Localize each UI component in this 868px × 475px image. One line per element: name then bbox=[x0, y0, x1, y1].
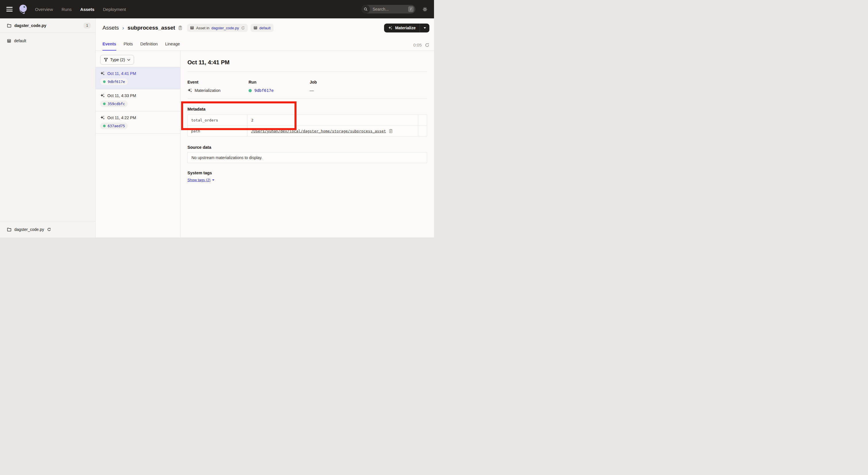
copy-path-icon[interactable] bbox=[389, 129, 393, 133]
search-input[interactable]: Search... / bbox=[361, 5, 415, 13]
search-icon bbox=[361, 5, 370, 13]
path-link[interactable]: /Users/yuhan/dev/local/dagster_home/stor… bbox=[251, 129, 386, 133]
asset-group-chip[interactable]: default bbox=[251, 24, 274, 32]
filter-bar: Type (2) bbox=[96, 51, 180, 67]
event-list-item[interactable]: Oct 11, 4:22 PM 637aed75 bbox=[96, 112, 180, 133]
source-data-empty-box: No upstream materializations to display. bbox=[187, 152, 427, 163]
asset-tabs: Events Plots Definition Lineage bbox=[102, 42, 180, 51]
reload-icon[interactable] bbox=[47, 228, 51, 232]
sidebar-footer-label: dagster_code.py bbox=[14, 227, 44, 232]
metadata-heading: Metadata bbox=[187, 107, 427, 112]
nav-right: Search... / bbox=[361, 5, 428, 13]
sparkle-icon bbox=[388, 26, 392, 30]
run-status-dot bbox=[103, 81, 105, 83]
refresh-icon[interactable] bbox=[425, 43, 429, 48]
job-label: Job bbox=[310, 80, 427, 85]
page-header: Assets › subprocess_asset Asset in dagst… bbox=[96, 19, 434, 51]
materialize-dropdown-button[interactable] bbox=[420, 24, 429, 32]
event-info-grid: Event Materialization Run bbox=[187, 80, 427, 93]
funnel-icon bbox=[104, 58, 108, 62]
system-tags-heading: System tags bbox=[187, 171, 427, 175]
materialization-icon bbox=[187, 88, 192, 93]
materialization-icon bbox=[100, 93, 105, 98]
run-id-link[interactable]: 637aed75 bbox=[107, 124, 125, 128]
event-timestamp: Oct 11, 4:41 PM bbox=[107, 71, 136, 76]
sidebar-item-label: default bbox=[14, 38, 26, 43]
event-list-item[interactable]: Oct 11, 4:33 PM 359cdbfc bbox=[96, 89, 180, 112]
filter-label: Type (2) bbox=[110, 57, 125, 62]
nav-link-runs[interactable]: Runs bbox=[62, 7, 72, 12]
reload-icon[interactable] bbox=[241, 26, 245, 30]
sidebar-item-default[interactable]: default bbox=[0, 35, 95, 47]
page-title: subprocess_asset bbox=[127, 25, 175, 31]
copy-asset-name-icon[interactable] bbox=[178, 26, 183, 30]
run-chip[interactable]: 9dbf617e bbox=[100, 79, 128, 85]
octopus-logo-icon bbox=[18, 4, 29, 14]
show-tags-label: Show tags (2) bbox=[187, 178, 210, 182]
refresh-timer: 0:05 bbox=[413, 42, 429, 51]
materialization-icon bbox=[100, 115, 105, 120]
chevron-down-icon bbox=[127, 59, 130, 61]
event-timestamp: Oct 11, 4:33 PM bbox=[107, 93, 136, 98]
code-location-link[interactable]: dagster_code.py bbox=[211, 26, 239, 30]
sidebar-item-dagster-code[interactable]: dagster_code.py 1 bbox=[0, 19, 95, 33]
run-chip[interactable]: 637aed75 bbox=[100, 123, 128, 129]
metadata-key: path bbox=[188, 126, 247, 136]
run-chip[interactable]: 359cdbfc bbox=[100, 100, 128, 107]
run-id-link[interactable]: 9dbf617e bbox=[254, 88, 274, 93]
chip-prefix: Asset in bbox=[196, 26, 209, 30]
tab-plots[interactable]: Plots bbox=[124, 42, 133, 51]
event-timestamp: Oct 11, 4:22 PM bbox=[107, 115, 136, 120]
top-nav: Overview Runs Assets Deployment Search..… bbox=[0, 0, 434, 19]
metadata-key: total_orders bbox=[188, 115, 247, 125]
tab-events[interactable]: Events bbox=[102, 42, 116, 51]
event-column: Event Materialization bbox=[187, 80, 249, 93]
run-status-dot bbox=[249, 89, 252, 92]
search-shortcut-badge: / bbox=[408, 6, 414, 12]
event-label: Event bbox=[187, 80, 249, 85]
run-status-dot bbox=[103, 125, 105, 127]
source-data-heading: Source data bbox=[187, 145, 427, 150]
grid-icon bbox=[190, 26, 194, 30]
gear-icon[interactable] bbox=[422, 7, 428, 12]
nav-link-overview[interactable]: Overview bbox=[35, 7, 53, 12]
show-tags-toggle[interactable]: Show tags (2) bbox=[187, 178, 214, 182]
divider bbox=[187, 71, 427, 72]
sidebar-footer-code-location[interactable]: dagster_code.py bbox=[0, 221, 95, 237]
event-list-item[interactable]: Oct 11, 4:41 PM 9dbf617e bbox=[96, 67, 180, 89]
tab-definition[interactable]: Definition bbox=[141, 42, 158, 51]
sidebar: dagster_code.py 1 default dagster_code.p… bbox=[0, 19, 96, 237]
breadcrumb-assets-link[interactable]: Assets bbox=[102, 25, 119, 31]
materialize-button[interactable]: Materialize bbox=[384, 24, 420, 32]
menu-icon[interactable] bbox=[6, 7, 12, 11]
materialize-label: Materialize bbox=[395, 26, 415, 30]
run-label: Run bbox=[249, 80, 310, 85]
metadata-action-cell bbox=[418, 126, 427, 136]
nav-link-assets[interactable]: Assets bbox=[81, 7, 94, 12]
source-data-empty-message: No upstream materializations to display. bbox=[191, 155, 262, 160]
run-id-link[interactable]: 359cdbfc bbox=[107, 102, 125, 106]
primary-nav: Overview Runs Assets Deployment bbox=[35, 7, 126, 12]
asset-count-badge: 1 bbox=[84, 23, 91, 28]
divider bbox=[187, 98, 427, 99]
folder-icon bbox=[7, 227, 11, 232]
main-panel: Assets › subprocess_asset Asset in dagst… bbox=[96, 19, 434, 237]
type-filter-button[interactable]: Type (2) bbox=[100, 55, 134, 65]
run-id-link[interactable]: 9dbf617e bbox=[107, 80, 125, 84]
folder-icon bbox=[7, 23, 11, 28]
event-detail-title: Oct 11, 4:41 PM bbox=[187, 59, 427, 66]
run-column: Run 9dbf617e bbox=[249, 80, 310, 93]
tab-lineage[interactable]: Lineage bbox=[165, 42, 180, 51]
app-window: Overview Runs Assets Deployment Search..… bbox=[0, 0, 434, 237]
asset-group-icon bbox=[7, 39, 11, 43]
asset-group-link[interactable]: default bbox=[259, 26, 271, 30]
nav-link-deployment[interactable]: Deployment bbox=[103, 7, 126, 12]
asset-location-chip[interactable]: Asset in dagster_code.py bbox=[187, 24, 247, 32]
timer-value: 0:05 bbox=[413, 42, 422, 48]
breadcrumb-separator: › bbox=[122, 25, 125, 31]
materialize-split-button: Materialize bbox=[384, 24, 429, 32]
job-column: Job — bbox=[310, 80, 427, 93]
grid-icon bbox=[253, 26, 257, 30]
dagster-logo[interactable] bbox=[18, 4, 29, 14]
chevron-down-icon bbox=[424, 27, 426, 29]
